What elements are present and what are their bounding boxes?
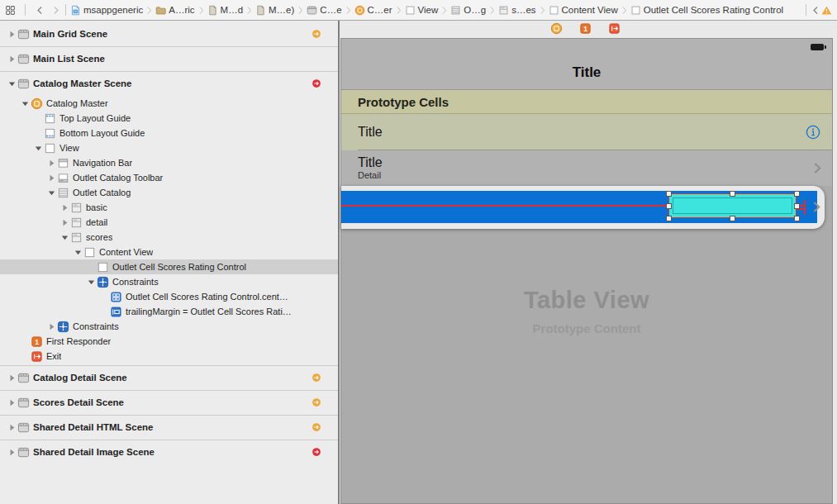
disclosure-triangle-icon[interactable] xyxy=(7,373,17,383)
breadcrumb-item-msappgeneric[interactable]: msappgeneric xyxy=(70,5,143,16)
breadcrumb-item-a-ric[interactable]: A…ric xyxy=(155,5,194,16)
disclosure-triangle-icon[interactable] xyxy=(86,277,97,288)
prototype-cell-scores[interactable] xyxy=(341,191,817,223)
disclosure-triangle-icon[interactable] xyxy=(7,78,17,89)
outline-row-outlet-cell-scores-rating-control-cent[interactable]: Outlet Cell Scores Rating Control.cent… xyxy=(0,289,338,304)
forward-chevron-icon[interactable] xyxy=(50,5,61,16)
disclosure-spacer xyxy=(86,262,97,273)
disclosure-triangle-icon[interactable] xyxy=(73,247,83,258)
disclosure-triangle-icon[interactable] xyxy=(7,422,17,433)
outline-row-outlet-cell-scores-rating-control[interactable]: Outlet Cell Scores Rating Control xyxy=(0,259,338,274)
disclosure-triangle-icon[interactable] xyxy=(46,158,57,169)
outline-row-shared-detail-html-scene[interactable]: Shared Detail HTML Scene xyxy=(0,417,338,437)
disclosure-spacer xyxy=(20,351,31,362)
outline-row-main-list-scene[interactable]: Main List Scene xyxy=(0,49,338,69)
exit-dock-icon[interactable] xyxy=(608,22,621,35)
svg-text:1: 1 xyxy=(35,337,39,345)
back-chevron-icon[interactable] xyxy=(35,5,45,16)
resize-handle[interactable] xyxy=(666,191,672,197)
disclosure-triangle-icon[interactable] xyxy=(46,321,57,332)
view-controller-dock-icon[interactable] xyxy=(550,22,563,35)
outline-row-shared-detail-image-scene[interactable]: Shared Detail Image Scene xyxy=(0,442,338,462)
outline-row-trailingmargin-outlet-cell-scores-rati[interactable]: trailingMargin = Outlet Cell Scores Rati… xyxy=(0,304,338,319)
breadcrumb-item-m-d[interactable]: M…d xyxy=(207,5,243,16)
detail-disclosure-icon[interactable] xyxy=(806,125,820,140)
disclosure-triangle-icon[interactable] xyxy=(7,397,17,408)
outline-row-constraints[interactable]: Constraints xyxy=(0,274,338,289)
storyboard-canvas: 1 Title Prototype Cells Title Title Deta… xyxy=(340,21,837,504)
outline-row-navigation-bar[interactable]: Navigation Bar xyxy=(0,155,338,170)
orange-arrow-badge-icon[interactable] xyxy=(311,422,321,432)
outline-row-detail[interactable]: detail xyxy=(0,215,338,230)
breadcrumb-item-outlet-cell-scores-rating-control[interactable]: Outlet Cell Scores Rating Control xyxy=(630,5,783,16)
outline-row-outlet-catalog-toolbar[interactable]: Outlet Catalog Toolbar xyxy=(0,170,338,185)
disclosure-triangle-icon[interactable] xyxy=(33,143,44,154)
outline-row-exit[interactable]: Exit xyxy=(0,349,338,364)
warning-triangle-icon[interactable] xyxy=(821,5,832,16)
breadcrumb-item-o-g[interactable]: O…g xyxy=(450,5,486,16)
outline-row-basic[interactable]: basic xyxy=(0,200,338,215)
outline-row-outlet-catalog[interactable]: Outlet Catalog xyxy=(0,185,338,200)
disclosure-triangle-icon[interactable] xyxy=(7,447,17,458)
outline-row-scores[interactable]: scores xyxy=(0,230,338,245)
breadcrumb-item-m-e[interactable]: M…e) xyxy=(255,5,294,16)
view-controller-screen[interactable]: Title Prototype Cells Title Title Detail xyxy=(340,38,833,504)
outline-row-catalog-detail-scene[interactable]: Catalog Detail Scene xyxy=(0,368,338,388)
disclosure-triangle-icon[interactable] xyxy=(59,232,70,243)
disclosure-triangle-icon[interactable] xyxy=(7,29,17,40)
disclosure-triangle-icon[interactable] xyxy=(59,202,70,213)
table-cell-icon xyxy=(498,5,509,16)
resize-handle[interactable] xyxy=(794,191,800,197)
resize-handle[interactable] xyxy=(730,216,735,221)
red-arrow-badge-icon[interactable] xyxy=(311,447,321,457)
disclosure-triangle-icon[interactable] xyxy=(7,54,17,64)
placeholder-title: Table View xyxy=(341,287,832,314)
orange-arrow-badge-icon[interactable] xyxy=(311,29,321,39)
back-chevron-icon[interactable] xyxy=(811,5,821,16)
orange-arrow-badge-icon[interactable] xyxy=(311,373,321,383)
outline-row-first-responder[interactable]: 1First Responder xyxy=(0,334,338,349)
breadcrumb-item-view[interactable]: View xyxy=(405,5,439,16)
outline-row-catalog-master-scene[interactable]: Catalog Master Scene xyxy=(0,74,338,93)
outline-row-top-layout-guide[interactable]: Top Layout Guide xyxy=(0,111,338,126)
breadcrumb-item-content-view[interactable]: Content View xyxy=(549,5,618,16)
outline-label: basic xyxy=(86,202,107,212)
disclosure-triangle-icon[interactable] xyxy=(46,188,57,198)
resize-handle[interactable] xyxy=(666,216,672,221)
rating-control[interactable] xyxy=(668,193,797,218)
breadcrumb-item-s-es[interactable]: s…es xyxy=(498,5,535,16)
resize-handle[interactable] xyxy=(730,191,735,197)
resize-handle[interactable] xyxy=(794,203,800,209)
outline-row-scores-detail-scene[interactable]: Scores Detail Scene xyxy=(0,392,338,412)
disclosure-triangle-icon[interactable] xyxy=(20,98,31,109)
prototype-cell-detail[interactable]: Title Detail xyxy=(341,150,832,186)
jumpbar-divider xyxy=(65,4,66,16)
disclosure-chevron-icon xyxy=(813,161,822,175)
trailing-constraint-anchor[interactable] xyxy=(804,200,806,215)
resize-handle[interactable] xyxy=(794,216,800,221)
outline-label: Catalog Master xyxy=(46,98,108,108)
resize-handle[interactable] xyxy=(666,203,672,209)
outline-row-catalog-master[interactable]: Catalog Master xyxy=(0,96,338,111)
disclosure-triangle-icon[interactable] xyxy=(59,217,70,228)
outline-row-view[interactable]: View xyxy=(0,140,338,155)
breadcrumb-item-c-er[interactable]: C…er xyxy=(354,5,392,16)
red-arrow-badge-icon[interactable] xyxy=(311,78,321,88)
outline-row-content-view[interactable]: Content View xyxy=(0,245,338,259)
navigation-title[interactable]: Title xyxy=(573,64,602,81)
first-responder-dock-icon[interactable]: 1 xyxy=(579,22,592,35)
outline-row-constraints[interactable]: Constraints xyxy=(0,319,338,334)
folder-icon xyxy=(155,5,166,16)
prototype-cell-basic[interactable]: Title xyxy=(341,114,832,150)
view-controller-icon xyxy=(31,97,43,110)
selected-cell-halo xyxy=(341,186,825,229)
table-section-header[interactable]: Prototype Cells xyxy=(341,90,832,114)
related-items-grid-icon[interactable] xyxy=(5,5,16,16)
outline-row-main-grid-scene[interactable]: Main Grid Scene xyxy=(0,24,338,44)
outline-row-bottom-layout-guide[interactable]: Bottom Layout Guide xyxy=(0,126,338,140)
navigation-bar[interactable]: Title xyxy=(341,55,832,90)
breadcrumb-item-c-e[interactable]: C…e xyxy=(307,5,341,16)
disclosure-triangle-icon[interactable] xyxy=(46,173,57,183)
orange-arrow-badge-icon[interactable] xyxy=(311,397,321,407)
table-view[interactable]: Table View Prototype Content xyxy=(341,227,832,503)
